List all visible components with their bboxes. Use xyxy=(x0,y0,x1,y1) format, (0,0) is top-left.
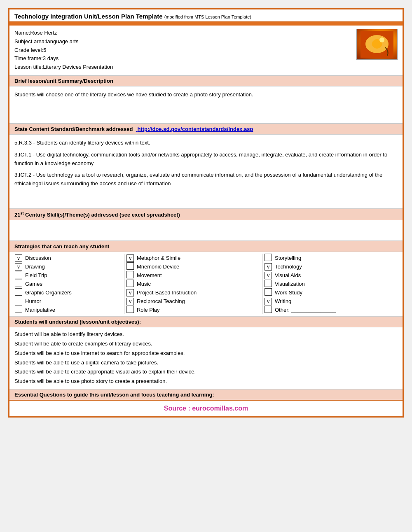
source-footer: Source : eurocomillas.com xyxy=(9,400,403,416)
strategy-checkbox-col1: v xyxy=(13,262,24,271)
century-content xyxy=(9,220,403,241)
photo-inner xyxy=(357,29,397,59)
strategies-header-text: Strategies that can teach any student xyxy=(14,243,109,250)
summary-content: Students will choose one of the literary… xyxy=(9,86,403,124)
checkbox-empty xyxy=(15,288,22,296)
checkbox-checked: v xyxy=(265,272,272,279)
checkbox-checked: v xyxy=(265,263,272,271)
century-text: Century Skill(s)/Theme(s) addressed (see… xyxy=(25,212,180,218)
strategy-checkbox-col2 xyxy=(124,262,136,271)
strategy-checkbox-col3 xyxy=(262,288,274,297)
strategy-label-col2: Project-Based Instruction xyxy=(136,288,262,297)
standard-3: 3.ICT.2 - Use technology as a tool to re… xyxy=(14,171,398,188)
strategies-section: vDiscussionvMetaphor & SimileStorytellin… xyxy=(9,252,403,316)
strategy-label-col2: Mnemonic Device xyxy=(136,262,262,271)
strategy-row: ManipulativeRole PlayOther: ____________… xyxy=(13,306,399,314)
standards-link-text: http://doe.sd.gov/contentstandards/index… xyxy=(137,126,253,132)
page-title: Technology Integration Unit/Lesson Plan … xyxy=(14,13,251,20)
strategy-label-col3: Writing xyxy=(274,297,399,306)
checkbox-empty xyxy=(265,280,272,287)
checkbox-empty xyxy=(265,254,272,261)
standard-2: 3.ICT.1 - Use digital technology, commun… xyxy=(14,151,398,168)
checkbox-empty xyxy=(15,271,22,278)
strategy-row: vDrawingMnemonic DevicevTechnology xyxy=(13,262,399,271)
strategy-checkbox-col2 xyxy=(124,306,136,314)
strategy-label-col1: Drawing xyxy=(24,262,124,271)
checkbox-empty xyxy=(15,280,22,287)
century-header: 21st Century Skill(s)/Theme(s) addressed… xyxy=(9,209,403,220)
strategy-checkbox-col1 xyxy=(13,297,24,306)
standards-header: State Content Standard/Benchmark address… xyxy=(9,124,403,135)
strategy-label-col1: Field Trip xyxy=(24,271,124,280)
strategy-checkbox-col3: v xyxy=(262,271,274,280)
checkbox-empty xyxy=(126,262,134,270)
strategy-row: Graphic OrganizersvProject-Based Instruc… xyxy=(13,288,399,297)
checkbox-empty xyxy=(15,297,22,304)
summary-header-text: Brief lesson/unit Summary/Description xyxy=(14,78,113,84)
objective-item: Students will be able to use internet to… xyxy=(14,349,398,358)
objective-item: Student will be able to identify literar… xyxy=(14,330,398,339)
info-section: Name:Rose Hertz Subject area:language ar… xyxy=(9,26,403,75)
strategy-row: HumorvReciprocal TeachingvWriting xyxy=(13,297,399,306)
checkbox-checked: v xyxy=(126,289,134,296)
strategy-label-col3: Visualization xyxy=(274,280,399,288)
strategy-label-col3: Other: _______________ xyxy=(274,306,399,314)
checkbox-empty xyxy=(15,306,22,313)
checkbox-empty xyxy=(265,288,272,296)
strategy-checkbox-col2: v xyxy=(124,254,136,262)
standard-1: 5.R.3.3 - Students can identify literary… xyxy=(14,139,398,147)
strategy-label-col1: Games xyxy=(24,280,124,288)
info-text: Name:Rose Hertz Subject area:language ar… xyxy=(14,29,113,72)
header-section: Technology Integration Unit/Lesson Plan … xyxy=(9,9,403,22)
strategy-checkbox-col2: v xyxy=(124,297,136,306)
strategy-checkbox-col3 xyxy=(262,306,274,314)
title-block: Technology Integration Unit/Lesson Plan … xyxy=(14,13,398,20)
strategy-label-col1: Discussion xyxy=(24,254,124,262)
standards-link[interactable]: http://doe.sd.gov/contentstandards/index… xyxy=(136,126,253,132)
page-wrapper: Technology Integration Unit/Lesson Plan … xyxy=(8,8,404,418)
strategy-label-col3: Storytelling xyxy=(274,254,399,262)
strategy-label-col1: Manipulative xyxy=(24,306,124,314)
strategy-checkbox-col3 xyxy=(262,280,274,288)
strategy-checkbox-col1 xyxy=(13,306,24,314)
info-grade: Grade level:5 xyxy=(14,46,113,55)
objective-item: Students will be able to use photo story… xyxy=(14,377,398,386)
objectives-header-text: Students will understand (lesson/unit ob… xyxy=(14,319,141,325)
checkbox-checked: v xyxy=(265,298,272,305)
strategy-checkbox-col3: v xyxy=(262,297,274,306)
checkbox-checked: v xyxy=(15,263,22,271)
objective-item: Students will be able to create appropri… xyxy=(14,367,398,377)
objective-item: Student will be able to create examples … xyxy=(14,339,398,349)
checkbox-checked: v xyxy=(15,254,22,262)
checkbox-empty xyxy=(126,280,134,287)
strategy-checkbox-col1 xyxy=(13,271,24,280)
objectives-content: Student will be able to identify literar… xyxy=(9,327,403,389)
info-subject: Subject area:language arts xyxy=(14,37,113,46)
summary-text: Students will choose one of the literary… xyxy=(14,91,253,98)
strategy-label-col2: Reciprocal Teaching xyxy=(136,297,262,306)
svg-point-2 xyxy=(379,37,384,42)
photo-image xyxy=(356,29,398,60)
objectives-header: Students will understand (lesson/unit ob… xyxy=(9,316,403,327)
checkbox-empty xyxy=(265,306,272,313)
strategy-checkbox-col2 xyxy=(124,280,136,288)
checkbox-checked: v xyxy=(126,254,134,262)
strategy-checkbox-col1 xyxy=(13,288,24,297)
strategy-checkbox-col1 xyxy=(13,280,24,288)
strategy-checkbox-col2: v xyxy=(124,288,136,297)
strategy-label-col1: Humor xyxy=(24,297,124,306)
strategy-checkbox-col3: v xyxy=(262,262,274,271)
strategy-label-col1: Graphic Organizers xyxy=(24,288,124,297)
title-text: Technology Integration Unit/Lesson Plan … xyxy=(14,13,162,20)
info-timeframe: Time frame:3 days xyxy=(14,54,113,63)
essential-header-text: Essential Questions to guide this unit/l… xyxy=(14,392,214,398)
strategy-label-col3: Visual Aids xyxy=(274,271,399,280)
strategy-label-col2: Role Play xyxy=(136,306,262,314)
strategy-label-col3: Technology xyxy=(274,262,399,271)
standards-content: 5.R.3.3 - Students can identify literary… xyxy=(9,135,403,209)
century-header-text: 21st Century Skill(s)/Theme(s) addressed… xyxy=(14,212,180,218)
strategy-checkbox-col2 xyxy=(124,271,136,280)
info-name: Name:Rose Hertz xyxy=(14,29,113,37)
checkbox-empty xyxy=(126,271,134,278)
title-subtitle: (modified from MTS Lesson Plan Template) xyxy=(164,14,251,19)
